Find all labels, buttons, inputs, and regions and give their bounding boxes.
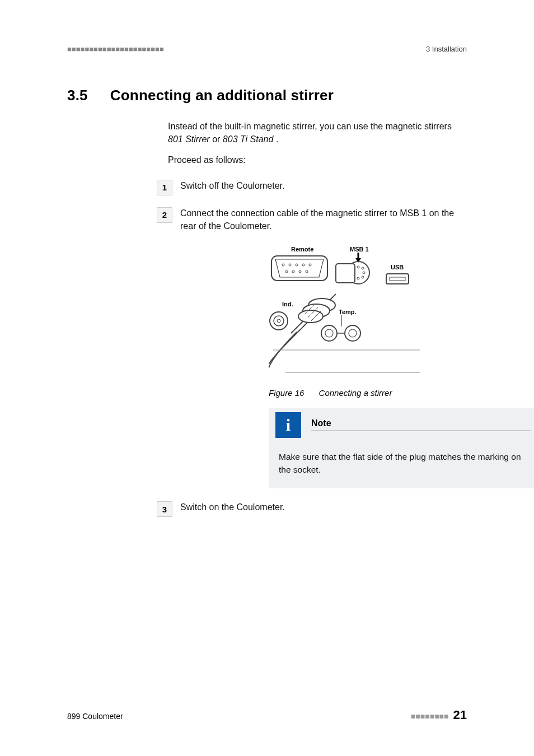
step-text: Switch off the Coulometer. bbox=[180, 179, 284, 192]
step-3: 3 Switch on the Coulometer. bbox=[157, 501, 467, 517]
label-temp: Temp. bbox=[339, 309, 357, 315]
figure-number: Figure 16 bbox=[269, 388, 304, 398]
steps-list: 1 Switch off the Coulometer. 2 Connect t… bbox=[157, 179, 467, 517]
proceed-text: Proceed as follows: bbox=[168, 153, 467, 166]
note-title: Note bbox=[311, 418, 531, 431]
header-ornament-left: ■■■■■■■■■■■■■■■■■■■■■■ bbox=[67, 45, 164, 53]
step-text: Connect the connection cable of the magn… bbox=[180, 207, 467, 232]
label-usb: USB bbox=[391, 264, 404, 270]
intro-or: or bbox=[212, 134, 223, 144]
svg-point-1 bbox=[282, 264, 284, 266]
page-number: 21 bbox=[453, 708, 467, 722]
step-number: 1 bbox=[157, 180, 172, 195]
svg-point-20 bbox=[362, 276, 364, 278]
intro-paragraph: Instead of the built-in magnetic stirrer… bbox=[168, 120, 467, 146]
note-body: Make sure that the flat side of the plug… bbox=[269, 440, 534, 489]
svg-point-29 bbox=[298, 310, 323, 323]
label-ind: Ind. bbox=[282, 301, 293, 307]
footer-product: 899 Coulometer bbox=[67, 712, 123, 721]
svg-point-36 bbox=[349, 329, 357, 337]
step-1: 1 Switch off the Coulometer. bbox=[157, 179, 467, 195]
label-msb1: MSB 1 bbox=[350, 246, 369, 253]
svg-point-7 bbox=[292, 270, 294, 273]
svg-point-3 bbox=[296, 264, 298, 266]
svg-point-23 bbox=[270, 312, 288, 330]
product-801: 801 Stirrer bbox=[168, 134, 210, 144]
svg-point-6 bbox=[285, 270, 288, 273]
svg-point-15 bbox=[362, 267, 364, 269]
svg-point-24 bbox=[274, 316, 284, 326]
page-header: ■■■■■■■■■■■■■■■■■■■■■■ 3 Installation bbox=[67, 45, 467, 53]
svg-point-4 bbox=[302, 264, 305, 266]
figure-caption: Figure 16 Connecting a stirrer bbox=[269, 388, 467, 398]
svg-point-35 bbox=[345, 325, 360, 341]
section-heading: 3.5 Connecting an additional stirrer bbox=[67, 87, 467, 104]
intro-text: Instead of the built-in magnetic stirrer… bbox=[168, 122, 452, 131]
plug-illustration bbox=[269, 264, 355, 368]
svg-point-34 bbox=[325, 329, 333, 337]
svg-point-2 bbox=[289, 264, 291, 266]
label-remote: Remote bbox=[291, 246, 313, 253]
svg-point-25 bbox=[277, 319, 280, 323]
footer-ornament-right: ■■■■■■■■ bbox=[411, 712, 449, 721]
section-number: 3.5 bbox=[67, 87, 88, 104]
page: ■■■■■■■■■■■■■■■■■■■■■■ 3 Installation 3.… bbox=[0, 0, 534, 756]
svg-point-8 bbox=[299, 270, 301, 273]
svg-rect-26 bbox=[336, 264, 355, 283]
page-footer: 899 Coulometer ■■■■■■■■ 21 bbox=[67, 708, 467, 722]
intro-period: . bbox=[276, 134, 278, 144]
info-icon: i bbox=[275, 412, 301, 438]
svg-point-14 bbox=[357, 266, 359, 268]
step-2: 2 Connect the connection cable of the ma… bbox=[157, 207, 467, 232]
note-box: i Note Make sure that the flat side of t… bbox=[269, 408, 534, 489]
figure-title: Connecting a stirrer bbox=[319, 388, 392, 398]
svg-point-33 bbox=[321, 325, 337, 341]
svg-point-19 bbox=[357, 277, 359, 279]
step-number: 2 bbox=[157, 207, 172, 223]
intro-block: Instead of the built-in magnetic stirrer… bbox=[168, 120, 467, 167]
svg-point-17 bbox=[363, 272, 365, 274]
connector-diagram-svg: Remote MSB 1 USB bbox=[269, 244, 437, 384]
product-803: 803 Ti Stand bbox=[223, 134, 274, 144]
svg-rect-22 bbox=[390, 277, 405, 281]
note-header: i Note bbox=[269, 408, 534, 440]
step-number: 3 bbox=[157, 501, 172, 517]
svg-point-9 bbox=[306, 270, 308, 273]
header-chapter: 3 Installation bbox=[426, 45, 467, 53]
section-title: Connecting an additional stirrer bbox=[110, 87, 334, 104]
svg-point-5 bbox=[309, 264, 311, 266]
step-text: Switch on the Coulometer. bbox=[180, 501, 285, 514]
figure-connecting-stirrer: Remote MSB 1 USB bbox=[269, 244, 467, 384]
